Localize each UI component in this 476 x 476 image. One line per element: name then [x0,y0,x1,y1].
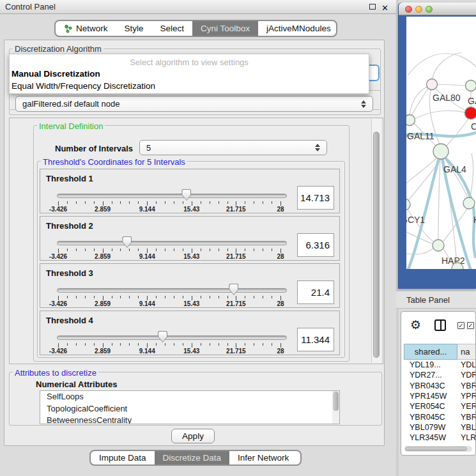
major-tick [103,249,104,253]
combobox-arrows-icon [361,100,367,108]
table-row[interactable]: YER054CYER0 [404,401,476,411]
network-node[interactable] [433,144,449,159]
table-hscrollbar-thumb[interactable] [405,447,467,451]
cell-shared-name: YIL052C [404,444,457,445]
major-tick [192,296,192,300]
attribute-list-item[interactable]: SelfLoops [40,391,339,403]
minor-tick [254,201,254,204]
attributes-scrollbar[interactable] [332,391,339,424]
table-row[interactable]: YBL079WYBL0 [404,422,476,433]
threshold-slider-track[interactable] [57,335,287,340]
tab-discretize-data[interactable]: Discretize Data [155,451,230,464]
cell-shared-name: YDL19... [404,360,457,369]
interval-definition-label: Interval Definition [37,121,105,131]
minor-tick [129,296,130,298]
tab-impute-data[interactable]: Impute Data [91,451,155,464]
tab-network[interactable]: Network [56,21,116,36]
table-rows: YDL19...YDL1YDR27...YDR2YBR043CYBR0YPR14… [404,360,476,445]
threshold-value-field[interactable]: 14.713 [297,186,334,210]
checkbox-icon[interactable]: ✓ [467,322,474,329]
threshold-panel-3: Threshold 3-3.4262.8599.14415.4321.71528… [40,263,340,308]
minor-tick [94,296,95,298]
split-columns-icon[interactable] [434,319,446,331]
tab-style[interactable]: Style [116,21,152,36]
tick-label: 28 [266,253,295,260]
number-of-intervals-spinner[interactable]: 5 [139,140,327,155]
table-data-combobox[interactable]: galFiltered.sif default node [15,96,373,112]
application-root: Control Panel ✕ Network Style Select Cyn… [0,0,476,476]
threshold-slider-thumb[interactable] [122,236,132,248]
table-row[interactable]: YLR345WYLR3 [404,433,476,443]
settings-scrollbar-thumb[interactable] [373,132,380,358]
network-node[interactable] [433,240,444,251]
table-hscrollbar[interactable] [404,446,472,452]
network-edge [447,119,468,146]
cell-shared-name: YPR145W [404,392,457,401]
minor-tick [67,296,68,298]
major-tick [147,296,148,300]
threshold-slider-track[interactable] [57,241,287,245]
apply-button[interactable]: Apply [171,429,215,443]
table-row[interactable]: YPR145WYPR1 [404,391,476,401]
network-node[interactable] [427,79,438,90]
threshold-slider-thumb[interactable] [158,331,167,342]
column-header-name[interactable]: na [457,344,476,360]
tick-label: -3.426 [43,300,73,307]
mac-minimize-icon[interactable] [415,6,422,13]
network-node[interactable] [463,197,475,209]
mac-close-icon[interactable] [405,6,412,13]
tick-label: 21.715 [221,348,250,355]
minor-tick [210,343,210,346]
threshold-slider-track[interactable] [57,288,287,293]
network-node[interactable] [465,107,476,119]
tab-cyni-toolbox[interactable]: Cyni Toolbox [192,21,258,36]
minor-tick [120,249,121,251]
major-tick [236,343,236,348]
table-row[interactable]: YBR043CYBR0 [404,381,476,391]
table-row[interactable]: YDR27...YDR2 [404,370,476,380]
network-node[interactable] [406,199,410,210]
threshold-slider-track[interactable] [57,194,287,198]
table-row[interactable]: YDL19...YDL1 [404,360,476,370]
tick-label: 15.43 [177,206,206,213]
gear-icon[interactable]: ⚙ [410,318,421,332]
mac-zoom-icon[interactable] [426,6,433,13]
minor-tick [76,296,77,298]
tick-label: -3.426 [43,206,73,213]
attribute-list-item[interactable]: TopologicalCoefficient [40,403,339,415]
network-edge [470,153,473,197]
spinner-arrows-icon [315,144,321,151]
table-row[interactable]: YIL052CYIL0 [404,443,476,445]
threshold-slider-thumb[interactable] [229,284,238,295]
tab-jactivemnodules[interactable]: jActiveMNodules [258,21,337,36]
tick-label: 21.715 [221,253,250,260]
minor-tick [165,201,165,204]
popup-option-equal-width-frequency[interactable]: Equal Width/Frequency Discretization [12,81,155,91]
numerical-attributes-list[interactable]: SelfLoopsTopologicalCoefficientBetweenne… [40,390,340,424]
threshold-value-field[interactable]: 21.4 [297,280,334,304]
checkbox-icon[interactable]: ✓ [457,322,464,329]
attribute-list-item[interactable]: BetweennessCentrality [40,415,339,424]
threshold-value-field[interactable]: 11.344 [297,328,334,351]
network-node[interactable] [406,115,415,126]
control-panel-title: Control Panel [5,2,56,12]
major-tick [147,201,148,206]
minor-tick [272,201,272,204]
column-header-shared-name[interactable]: shared... [404,344,457,360]
tick-label: 9.144 [132,253,162,260]
network-canvas[interactable]: GAL80GACGAL11GAL4GCY1HHAP2 [406,17,476,269]
popup-option-manual-discretization[interactable]: Manual Discretization [12,69,100,79]
minor-tick [227,201,228,204]
table-row[interactable]: YBR045CYBR0 [404,411,476,422]
threshold-value-field[interactable]: 6.316 [297,233,334,257]
minor-tick [138,343,139,346]
tick-label: 9.144 [132,300,162,307]
float-window-icon[interactable] [369,4,376,10]
tab-infer-network[interactable]: Infer Network [229,451,297,464]
minor-tick [129,343,130,346]
network-node[interactable] [466,81,476,91]
close-icon[interactable]: ✕ [381,1,388,15]
major-tick [147,343,148,348]
threshold-slider-thumb[interactable] [181,189,191,201]
tab-select[interactable]: Select [152,21,193,36]
